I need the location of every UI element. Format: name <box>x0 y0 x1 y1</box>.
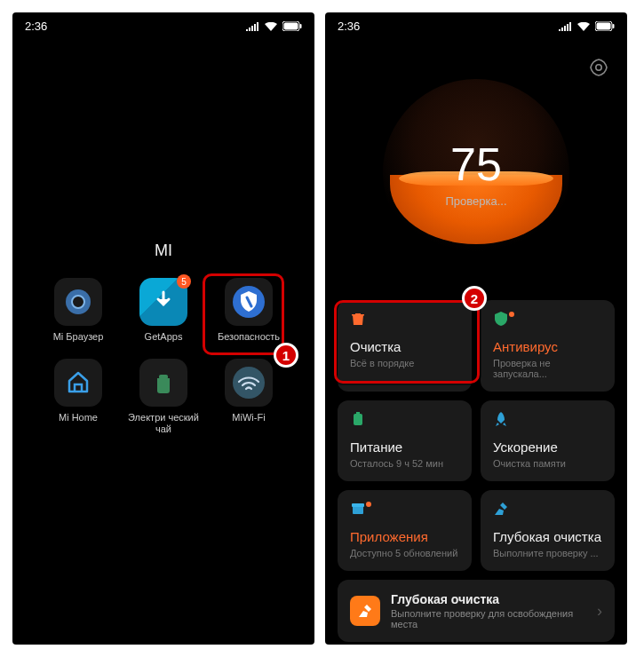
battery-icon <box>282 21 302 31</box>
status-icons <box>246 21 302 31</box>
card-deepclean[interactable]: Глубокая очистка Выполните проверку ... <box>481 490 615 571</box>
battery-icon <box>595 21 615 31</box>
card-boost[interactable]: Ускорение Очистка памяти <box>481 400 615 481</box>
svg-rect-12 <box>613 24 615 28</box>
badge-count: 5 <box>177 274 191 289</box>
broom-icon <box>493 501 509 517</box>
svg-rect-1 <box>284 23 298 30</box>
status-icons <box>559 21 615 31</box>
phone-left: 2:36 MI Mi Браузер 5 GetApps <box>12 12 314 645</box>
app-security[interactable]: Безопасность <box>209 278 289 343</box>
card-subtitle: Осталось 9 ч 52 мин <box>350 458 459 469</box>
miwifi-icon <box>225 359 273 407</box>
app-folder: MI Mi Браузер 5 GetApps Безопасность <box>12 241 314 435</box>
signal-icon <box>559 22 572 31</box>
mi-browser-icon <box>54 278 102 326</box>
chevron-right-icon: › <box>597 602 602 621</box>
card-title: Ускорение <box>493 439 602 455</box>
score-area: 75 Проверка... <box>325 44 627 295</box>
kettle-icon <box>139 359 187 407</box>
status-bar: 2:36 <box>12 12 314 36</box>
app-label: MiWi-Fi <box>232 412 265 423</box>
callout-2: 2 <box>462 286 487 311</box>
card-subtitle: Проверка не запускала... <box>493 358 602 379</box>
card-title: Очистка <box>350 339 459 354</box>
svg-rect-11 <box>597 23 611 30</box>
signal-icon <box>246 22 259 31</box>
callout-1: 1 <box>274 343 298 368</box>
card-deepclean-promo[interactable]: Глубокая очистка Выполните проверку для … <box>338 580 615 642</box>
wifi-icon <box>265 22 277 31</box>
card-title: Глубокая очистка <box>493 529 602 544</box>
app-label: Mi Home <box>59 412 98 423</box>
shield-icon <box>493 311 509 327</box>
card-apps[interactable]: Приложения Доступно 5 обновлений <box>338 490 472 571</box>
feature-cards: Очистка Всё в порядке Антивирус Проверка… <box>325 300 627 645</box>
app-mihome[interactable]: Mi Home <box>38 359 118 435</box>
promo-subtitle: Выполните проверку для освобождения мест… <box>391 608 586 629</box>
status-bar: 2:36 <box>325 12 627 36</box>
svg-rect-17 <box>353 506 363 514</box>
svg-rect-15 <box>354 414 362 425</box>
app-label: Электри ческий чай <box>125 412 202 435</box>
rocket-icon <box>493 411 509 427</box>
svg-rect-8 <box>159 375 168 379</box>
card-antivirus[interactable]: Антивирус Проверка не запускала... <box>481 300 615 392</box>
wifi-icon <box>577 22 590 31</box>
card-battery[interactable]: Питание Осталось 9 ч 52 мин <box>338 400 472 481</box>
score-orb[interactable]: 75 Проверка... <box>383 79 569 265</box>
app-mi-browser[interactable]: Mi Браузер <box>38 278 118 343</box>
svg-rect-18 <box>352 503 364 507</box>
promo-title: Глубокая очистка <box>391 592 586 606</box>
score-value: 75 <box>450 138 502 191</box>
status-time: 2:36 <box>338 20 360 33</box>
status-time: 2:36 <box>25 20 47 33</box>
app-getapps[interactable]: 5 GetApps <box>123 278 203 343</box>
app-label: Безопасность <box>218 331 280 343</box>
app-label: GetApps <box>145 331 183 343</box>
card-subtitle: Выполните проверку ... <box>493 548 602 558</box>
svg-rect-16 <box>356 412 360 414</box>
app-label: Mi Браузер <box>53 331 104 343</box>
box-icon <box>350 501 366 517</box>
alert-dot <box>366 502 371 507</box>
folder-title: MI <box>12 241 314 260</box>
card-subtitle: Доступно 5 обновлений <box>350 548 459 558</box>
alert-dot <box>509 312 514 317</box>
app-grid: Mi Браузер 5 GetApps Безопасность <box>12 278 314 435</box>
card-cleanup[interactable]: Очистка Всё в порядке <box>338 300 472 392</box>
card-title: Приложения <box>350 529 459 544</box>
getapps-icon: 5 <box>139 278 187 326</box>
card-title: Питание <box>350 439 459 455</box>
broom-icon <box>350 596 380 626</box>
card-title: Антивирус <box>493 339 602 354</box>
phone-right: 2:36 75 Проверка... Очистка Всё в порядк… <box>325 12 627 645</box>
card-subtitle: Всё в порядке <box>350 358 459 368</box>
trash-icon <box>350 311 366 327</box>
score-status: Проверка... <box>445 194 506 208</box>
svg-rect-2 <box>300 24 302 28</box>
security-icon <box>225 278 273 326</box>
app-miwifi[interactable]: MiWi-Fi <box>209 359 289 435</box>
app-kettle[interactable]: Электри ческий чай <box>123 359 203 435</box>
card-subtitle: Очистка памяти <box>493 458 602 469</box>
mihome-icon <box>54 359 102 407</box>
battery-icon <box>350 411 366 427</box>
